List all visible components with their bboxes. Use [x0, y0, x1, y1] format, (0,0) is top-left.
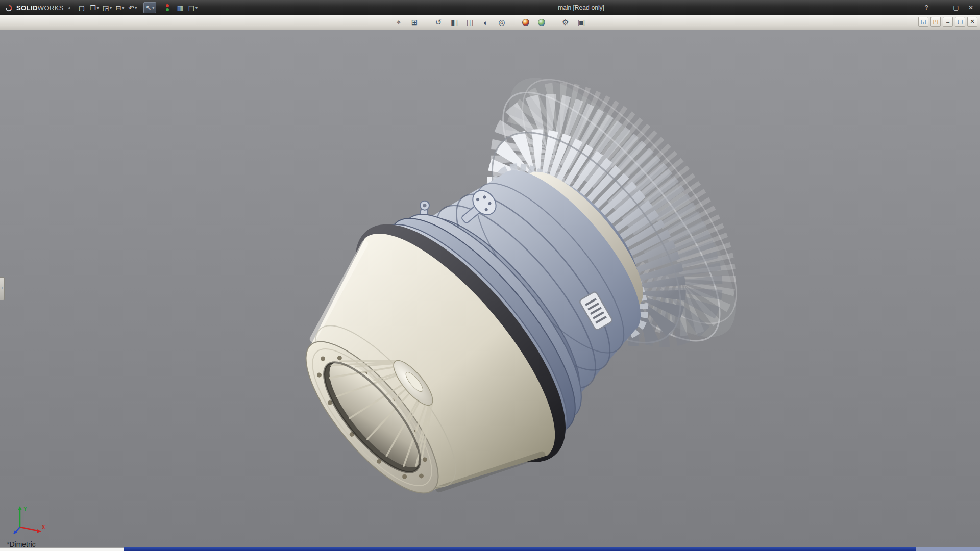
open-dropdown-caret: ▾: [97, 6, 99, 10]
print-dropdown-caret: ▾: [122, 6, 124, 10]
doc-minimize-button[interactable]: –: [943, 17, 953, 27]
document-title: main [Read-only]: [558, 4, 604, 11]
undo-icon: ↶: [128, 4, 134, 12]
doc-previous-window-button[interactable]: ◱: [918, 17, 928, 27]
minimize-button[interactable]: –: [936, 3, 946, 13]
coordinate-triad: Y X: [11, 504, 47, 536]
window-controls: ? – ▢ ✕: [921, 3, 976, 13]
view-orientation-icon[interactable]: ◫: [464, 17, 476, 29]
open-button[interactable]: ❒▾: [88, 2, 101, 13]
feature-panel-flyout-handle[interactable]: ⋮: [0, 277, 5, 300]
maximize-button[interactable]: ▢: [951, 3, 961, 13]
file-properties-button[interactable]: ▤▾: [186, 2, 199, 13]
new-document-button[interactable]: ▢: [75, 2, 88, 13]
solidworks-menu[interactable]: SOLIDWORKS: [4, 3, 64, 12]
previous-view-icon[interactable]: ↺: [433, 17, 445, 29]
print-button[interactable]: ⊟▾: [113, 2, 126, 13]
display-style-icon[interactable]: ◐: [480, 17, 492, 29]
edit-appearance-icon[interactable]: [520, 17, 532, 29]
xpress-products-button[interactable]: [161, 2, 174, 13]
save-button[interactable]: ◲▾: [101, 2, 113, 13]
section-view-icon[interactable]: ◧: [449, 17, 460, 29]
title-bar: SOLIDWORKS ◂ ▢ ❒▾ ◲▾ ⊟▾ ↶▾ ↖▾ ▦ ▤▾ main …: [0, 0, 980, 15]
document-window-controls: ◱ ◳ – ▢ ✕: [918, 17, 977, 27]
view-settings-icon[interactable]: ⚙: [560, 17, 572, 29]
heads-up-toolbar: ⌖ ⊞ ↺ ◧ ◫ ◐ ◎ ⚙ ▣ ◱ ◳ – ▢ ✕: [0, 15, 980, 30]
triad-y-label: Y: [23, 506, 27, 512]
doc-next-window-button[interactable]: ◳: [930, 17, 941, 27]
apply-scene-icon[interactable]: [536, 17, 548, 29]
new-document-icon: ▢: [79, 4, 85, 12]
help-button[interactable]: ?: [921, 3, 932, 13]
taskbar-sliver-left: [0, 547, 124, 551]
taskbar-sliver: [0, 547, 980, 551]
zoom-to-area-icon[interactable]: ⊞: [409, 17, 421, 29]
view-orientation-label: *Dimetric: [7, 540, 36, 547]
select-dropdown-caret: ▾: [152, 6, 154, 10]
graphics-viewport[interactable]: ⋮ Y X *Dimetric: [0, 30, 980, 547]
camera-view-icon[interactable]: ▣: [576, 17, 587, 29]
solidworks-window: SOLIDWORKS ◂ ▢ ❒▾ ◲▾ ⊟▾ ↶▾ ↖▾ ▦ ▤▾ main …: [0, 0, 980, 551]
jet-engine-model[interactable]: [0, 30, 980, 547]
flyout-grip-dots: ⋮: [1, 288, 4, 290]
taskbar-sliver-right: [916, 547, 980, 551]
dassault-logo-icon: [4, 3, 13, 12]
open-icon: ❒: [90, 4, 96, 12]
zoom-to-fit-icon[interactable]: ⌖: [393, 17, 405, 29]
save-icon: ◲: [103, 4, 109, 12]
file-properties-caret: ▾: [195, 6, 198, 10]
rebuild-icon: ▦: [177, 4, 183, 12]
undo-dropdown-caret: ▾: [135, 6, 137, 10]
doc-close-button[interactable]: ✕: [967, 17, 977, 27]
app-name: SOLIDWORKS: [16, 4, 64, 12]
file-properties-icon: ▤: [188, 4, 194, 12]
doc-restore-button[interactable]: ▢: [955, 17, 965, 27]
select-button[interactable]: ↖▾: [143, 2, 156, 13]
rebuild-button[interactable]: ▦: [174, 2, 186, 13]
stoplight-icon: [164, 4, 170, 11]
close-button[interactable]: ✕: [966, 3, 976, 13]
toolbar-collapse-arrow[interactable]: ◂: [68, 5, 70, 10]
triad-x-label: X: [42, 524, 45, 530]
hide-show-items-icon[interactable]: ◎: [496, 17, 508, 29]
select-arrow-icon: ↖: [145, 4, 151, 12]
save-dropdown-caret: ▾: [110, 6, 112, 10]
print-icon: ⊟: [115, 4, 121, 12]
taskbar-sliver-middle: [124, 547, 916, 551]
undo-button[interactable]: ↶▾: [126, 2, 139, 13]
